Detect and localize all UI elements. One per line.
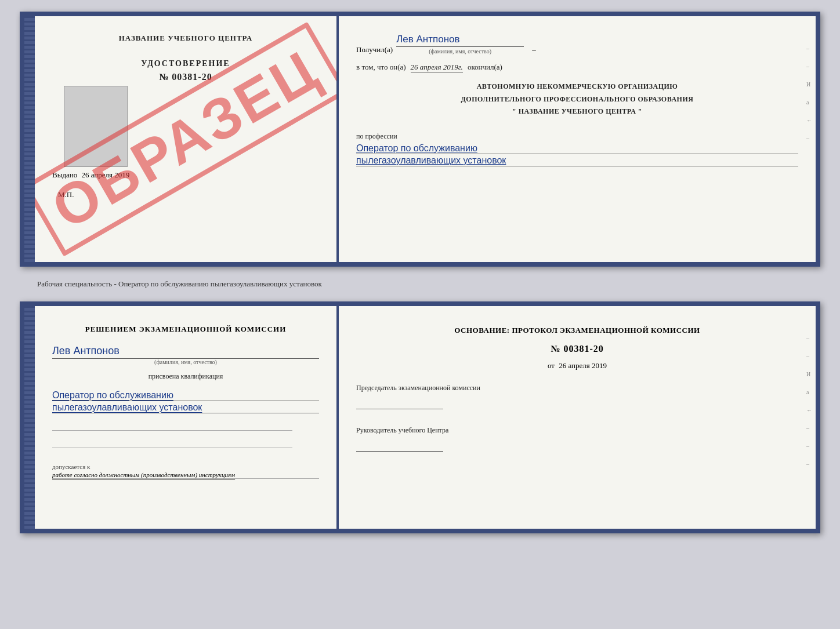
completed-label: окончил(а) [468,63,502,72]
cert-type: УДОСТОВЕРЕНИЕ [141,59,230,68]
org-block: АВТОНОМНУЮ НЕКОММЕРЧЕСКУЮ ОРГАНИЗАЦИЮ ДО… [356,81,798,118]
org-line2: ДОПОЛНИТЕЛЬНОГО ПРОФЕССИОНАЛЬНОГО ОБРАЗО… [356,93,798,106]
blank-line-2 [52,438,292,448]
completed-date: 26 апреля 2019г. [411,63,463,72]
allowed-section: допускается к работе согласно должностны… [52,461,319,479]
qualification-section: Оператор по обслуживанию пылегазоулавлив… [52,388,319,413]
director-block: Руководитель учебного Центра [356,426,798,452]
received-label: Получил(а) [356,45,393,54]
top-document: НАЗВАНИЕ УЧЕБНОГО ЦЕНТРА УДОСТОВЕРЕНИЕ №… [20,12,820,267]
protocol-date-line: от 26 апреля 2019 [356,361,798,370]
side-marks-bottom: – – И а ← – – – [806,335,812,467]
blank-line-1 [52,420,292,431]
side-marks-top: – – И а ← – [806,45,812,141]
mp-label: М.П. [58,190,74,199]
top-doc-left-panel: НАЗВАНИЕ УЧЕБНОГО ЦЕНТРА УДОСТОВЕРЕНИЕ №… [35,16,336,262]
top-doc-right-panel: Получил(а) Лев Антпонов (фамилия, имя, о… [339,16,816,262]
director-signature-line [356,440,443,452]
in-that-label: в том, что он(а) [356,63,406,72]
dash-top: – [532,45,536,54]
basis-label: Основание: протокол экзаменационной коми… [356,323,798,337]
chairman-block: Председатель экзаменационной комиссии [356,383,798,409]
bottom-doc-left-panel: Решением экзаменационной комиссии Лев Ан… [35,306,336,529]
protocol-number: № 00381-20 [356,344,798,354]
fio-sublabel-bottom: (фамилия, имя, отчество) [52,359,319,365]
qualification-line1: Оператор по обслуживанию [52,390,319,401]
chairman-label: Председатель экзаменационной комиссии [356,383,798,393]
doc-spine-left [24,16,35,262]
photo-placeholder [64,86,128,167]
bottom-document: Решением экзаменационной комиссии Лев Ан… [20,301,820,533]
recipient-name: Лев Антпонов [396,34,524,47]
qualification-line2: пылегазоулавливающих установок [52,402,319,413]
protocol-date-prefix: от [548,361,555,370]
chairman-signature-line [356,398,443,409]
doc-spine-bottom [24,306,35,529]
profession-value-line1: Оператор по обслуживанию [356,143,798,154]
org-name: " НАЗВАНИЕ УЧЕБНОГО ЦЕНТРА " [356,106,798,118]
cert-number: № 00381-20 [141,72,230,82]
profession-section: по профессии Оператор по обслуживанию пы… [356,126,798,166]
doc-title: НАЗВАНИЕ УЧЕБНОГО ЦЕНТРА [119,34,253,43]
profession-label: по профессии [356,132,798,141]
protocol-date: 26 апреля 2019 [559,361,607,370]
profession-value-line2: пылегазоулавливающих установок [356,155,798,166]
bottom-doc-right-panel: Основание: протокол экзаменационной коми… [339,306,816,529]
issued-date: 26 апреля 2019 [82,170,130,179]
date-completed-line: в том, что он(а) 26 апреля 2019г. окончи… [356,63,798,72]
exam-decision: Решением экзаменационной комиссии [52,323,319,336]
allowed-work: работе согласно должностным (производств… [52,471,319,479]
issued-label: Выдано 26 апреля 2019 [52,170,129,179]
assigned-label: присвоена квалификация [52,372,319,381]
fio-sublabel: (фамилия, имя, отчество) [396,48,524,54]
recipient-line: Получил(а) Лев Антпонов (фамилия, имя, о… [356,34,798,54]
person-name-bottom: Лев Антпонов [52,345,319,359]
separator-text: Рабочая специальность - Оператор по обсл… [20,277,820,291]
allowed-prefix: допускается к [52,463,90,471]
director-label: Руководитель учебного Центра [356,426,798,435]
org-line1: АВТОНОМНУЮ НЕКОММЕРЧЕСКУЮ ОРГАНИЗАЦИЮ [356,81,798,93]
